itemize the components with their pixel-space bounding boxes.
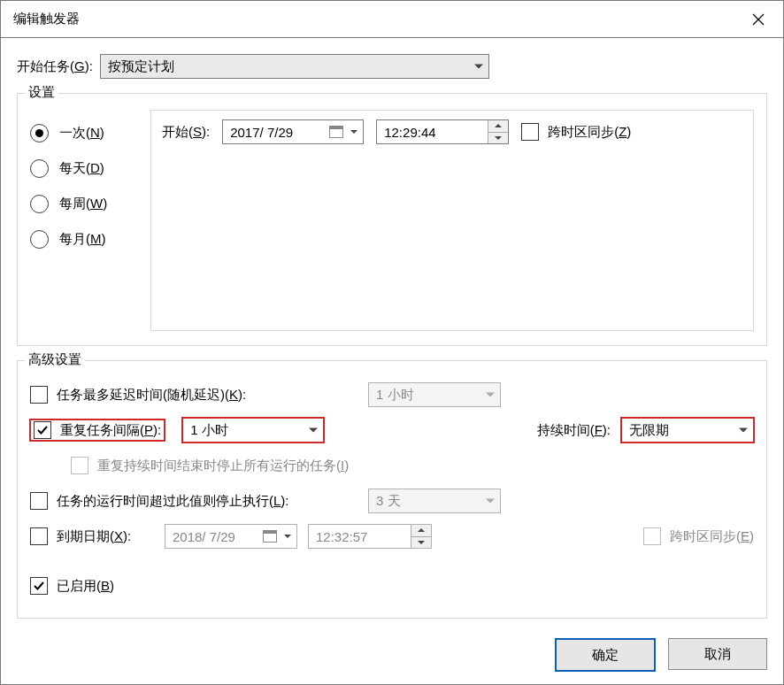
enabled-label: 已启用(B) xyxy=(57,578,114,595)
repeat-interval-combo[interactable]: 1 小时 xyxy=(182,418,324,443)
chevron-down-icon xyxy=(486,499,495,504)
stop-longer-checkbox[interactable]: 任务的运行时间超过此值则停止执行(L): xyxy=(30,492,357,510)
delay-combo: 1 小时 xyxy=(368,382,501,407)
radio-icon xyxy=(30,195,49,213)
start-datetime-label: 开始(S): xyxy=(162,124,210,141)
arrow-down-icon xyxy=(418,541,425,544)
spin-up[interactable] xyxy=(488,120,508,132)
checkbox-icon xyxy=(34,421,51,439)
radio-icon xyxy=(30,230,49,249)
radio-weekly[interactable]: 每周(W) xyxy=(30,186,136,221)
expire-sync-tz-label: 跨时区同步(E) xyxy=(670,528,754,545)
expire-date-value: 2018/ 7/29 xyxy=(173,529,235,544)
repeat-duration-value: 无限期 xyxy=(629,422,669,439)
start-date-input[interactable]: 2017/ 7/29 xyxy=(222,119,364,144)
stop-all-label: 重复持续时间结束时停止所有运行的任务(I) xyxy=(97,458,349,474)
start-time-input[interactable]: 12:29:44 xyxy=(376,119,509,144)
chevron-down-icon xyxy=(486,393,495,397)
expire-time-value: 12:32:57 xyxy=(316,529,367,544)
expire-time-input: 12:32:57 xyxy=(308,524,432,549)
delay-label: 任务最多延迟时间(随机延迟)(K): xyxy=(57,387,246,404)
close-button[interactable] xyxy=(734,1,783,37)
radio-daily[interactable]: 每天(D) xyxy=(30,150,136,186)
repeat-interval-value: 1 小时 xyxy=(190,422,228,439)
settings-legend: 设置 xyxy=(25,84,58,101)
close-icon xyxy=(752,13,765,26)
cancel-button[interactable]: 取消 xyxy=(668,638,767,670)
start-task-label: 开始任务(G): xyxy=(17,58,93,75)
checkbox-icon xyxy=(71,457,88,474)
dialog-edit-trigger: 编辑触发器 开始任务(G): 按预定计划 设置 一次(N xyxy=(0,0,784,685)
time-spinner xyxy=(411,525,431,548)
time-spinner[interactable] xyxy=(488,120,508,143)
stop-longer-combo: 3 天 xyxy=(368,489,501,513)
checkbox-icon xyxy=(521,123,539,141)
spin-down[interactable] xyxy=(488,132,508,144)
radio-once-label: 一次(N) xyxy=(59,125,104,142)
advanced-legend: 高级设置 xyxy=(25,351,85,368)
start-time-value: 12:29:44 xyxy=(384,125,435,140)
delay-combo-value: 1 小时 xyxy=(376,387,414,404)
chevron-down-icon xyxy=(284,535,291,538)
expire-date-input: 2018/ 7/29 xyxy=(165,524,297,549)
delay-checkbox[interactable]: 任务最多延迟时间(随机延迟)(K): xyxy=(30,386,357,404)
sync-tz-checkbox[interactable]: 跨时区同步(Z) xyxy=(521,123,631,141)
radio-weekly-label: 每周(W) xyxy=(59,196,107,212)
stop-longer-label: 任务的运行时间超过此值则停止执行(L): xyxy=(57,493,289,510)
arrow-down-icon xyxy=(495,136,502,140)
dialog-buttons: 确定 取消 xyxy=(1,627,783,684)
arrow-up-icon xyxy=(418,528,425,532)
stop-longer-value: 3 天 xyxy=(376,493,401,510)
radio-icon xyxy=(30,124,49,142)
start-date-value: 2017/ 7/29 xyxy=(230,125,293,140)
checkbox-icon xyxy=(30,527,48,545)
expire-checkbox[interactable]: 到期日期(X): xyxy=(30,527,154,545)
repeat-duration-label: 持续时间(F): xyxy=(537,422,611,439)
chevron-down-icon xyxy=(350,130,357,134)
settings-group: 设置 一次(N) 每天(D) xyxy=(17,93,767,346)
enabled-checkbox[interactable]: 已启用(B) xyxy=(30,577,114,595)
radio-daily-label: 每天(D) xyxy=(59,160,104,177)
repeat-label: 重复任务间隔(P): xyxy=(60,422,161,439)
expire-label: 到期日期(X): xyxy=(57,528,131,545)
dialog-title: 编辑触发器 xyxy=(13,11,80,27)
advanced-group: 高级设置 任务最多延迟时间(随机延迟)(K): 1 小时 重复任 xyxy=(17,360,767,619)
radio-icon xyxy=(30,159,49,178)
start-task-combo[interactable]: 按预定计划 xyxy=(100,54,489,79)
calendar-icon xyxy=(263,530,277,543)
radio-monthly[interactable]: 每月(M) xyxy=(30,221,136,257)
titlebar: 编辑触发器 xyxy=(1,1,783,38)
arrow-up-icon xyxy=(495,124,502,127)
spin-down xyxy=(411,536,431,549)
radio-monthly-label: 每月(M) xyxy=(59,231,106,248)
repeat-duration-combo[interactable]: 无限期 xyxy=(621,418,754,443)
chevron-down-icon xyxy=(474,65,483,69)
sync-tz-label: 跨时区同步(Z) xyxy=(548,124,631,141)
checkbox-icon xyxy=(30,577,48,595)
expire-sync-tz-checkbox: 跨时区同步(E) xyxy=(643,527,754,545)
start-task-combo-value: 按预定计划 xyxy=(108,58,174,75)
schedule-detail-panel: 开始(S): 2017/ 7/29 12:29:44 xyxy=(150,110,754,331)
checkbox-icon xyxy=(30,386,48,404)
ok-button[interactable]: 确定 xyxy=(555,638,656,672)
chevron-down-icon xyxy=(739,428,748,433)
checkbox-icon xyxy=(643,527,661,545)
chevron-down-icon xyxy=(309,428,318,433)
schedule-radio-group: 一次(N) 每天(D) 每周(W) xyxy=(30,110,136,257)
radio-once[interactable]: 一次(N) xyxy=(30,115,136,150)
repeat-checkbox[interactable]: 重复任务间隔(P): xyxy=(30,419,165,441)
checkbox-icon xyxy=(30,492,48,510)
spin-up xyxy=(411,525,431,536)
calendar-icon xyxy=(329,126,343,138)
start-task-row: 开始任务(G): 按预定计划 xyxy=(17,54,767,79)
stop-all-checkbox: 重复持续时间结束时停止所有运行的任务(I) xyxy=(71,457,349,474)
